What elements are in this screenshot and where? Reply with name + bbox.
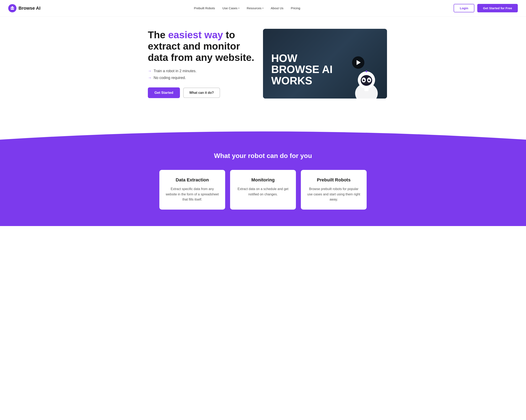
- card-desc-prebuilt-robots: Browse prebuilt robots for popular use c…: [307, 186, 361, 202]
- svg-point-15: [369, 79, 370, 80]
- card-data-extraction: Data Extraction Extract specific data fr…: [159, 170, 225, 210]
- chevron-down-icon: ▾: [262, 7, 263, 9]
- hero-video: HOW BROWSE AI WORKS: [263, 29, 387, 99]
- hero-title-highlight: easiest way: [168, 30, 223, 40]
- hero-feature-2: → No coding required.: [148, 76, 255, 80]
- purple-section: What your robot can do for you Data Extr…: [0, 123, 526, 226]
- svg-rect-17: [364, 88, 368, 91]
- nav-item-resources[interactable]: Resources ▾: [247, 6, 263, 10]
- card-title-prebuilt-robots: Prebuilt Robots: [307, 177, 361, 183]
- nav-link-prebuilt-robots[interactable]: Prebuilt Robots: [194, 6, 215, 10]
- nav-item-pricing[interactable]: Pricing: [291, 6, 300, 10]
- nav-link-pricing[interactable]: Pricing: [291, 6, 300, 10]
- hero-features: → Train a robot in 2 minutes. → No codin…: [148, 69, 255, 80]
- hero-feature-1: → Train a robot in 2 minutes.: [148, 69, 255, 73]
- card-monitoring: Monitoring Extract data on a schedule an…: [230, 170, 296, 210]
- svg-point-6: [13, 6, 13, 6]
- svg-point-3: [13, 8, 14, 9]
- robot-mascot-svg: [350, 61, 383, 99]
- svg-point-14: [364, 79, 365, 80]
- card-desc-monitoring: Extract data on a schedule and get notif…: [236, 186, 290, 197]
- cards-grid: Data Extraction Extract specific data fr…: [150, 170, 376, 210]
- nav-link-resources[interactable]: Resources ▾: [247, 6, 263, 10]
- nav-link-use-cases[interactable]: Use Cases ▾: [223, 6, 239, 10]
- what-can-it-do-button[interactable]: What can it do?: [183, 88, 220, 98]
- hero-content: The easiest way to extract and monitor d…: [148, 29, 255, 98]
- nav-actions: Login Get Started for Free: [454, 4, 518, 12]
- svg-point-5: [11, 6, 12, 6]
- video-container[interactable]: HOW BROWSE AI WORKS: [263, 29, 387, 99]
- purple-content: What your robot can do for you Data Extr…: [0, 140, 526, 226]
- section-title: What your robot can do for you: [8, 152, 518, 160]
- svg-point-19: [366, 71, 367, 72]
- chevron-down-icon: ▾: [238, 7, 239, 9]
- hero-section: The easiest way to extract and monitor d…: [132, 16, 394, 115]
- hero-title-part1: The: [148, 30, 168, 40]
- video-title-text: HOW BROWSE AI WORKS: [271, 53, 333, 86]
- get-started-button[interactable]: Get Started: [148, 87, 180, 98]
- arrow-right-icon: →: [148, 69, 152, 73]
- logo[interactable]: Browse AI: [8, 4, 40, 12]
- brand-name: Browse AI: [19, 6, 40, 11]
- robot-mascot: [350, 61, 383, 99]
- card-desc-data-extraction: Extract specific data from any website i…: [165, 186, 219, 202]
- nav-links: Prebuilt Robots Use Cases ▾ Resources ▾ …: [194, 6, 300, 10]
- svg-rect-16: [364, 83, 369, 83]
- card-prebuilt-robots: Prebuilt Robots Browse prebuilt robots f…: [301, 170, 367, 210]
- svg-point-2: [11, 8, 12, 9]
- login-button[interactable]: Login: [454, 4, 474, 12]
- card-title-monitoring: Monitoring: [236, 177, 290, 183]
- nav-item-prebuilt-robots[interactable]: Prebuilt Robots: [194, 6, 215, 10]
- nav-item-about-us[interactable]: About Us: [271, 6, 283, 10]
- hero-buttons: Get Started What can it do?: [148, 87, 255, 98]
- nav-item-use-cases[interactable]: Use Cases ▾: [223, 6, 239, 10]
- curve-top: [0, 123, 526, 140]
- nav-link-about-us[interactable]: About Us: [271, 6, 283, 10]
- browse-ai-logo-icon: [8, 4, 16, 12]
- hero-title: The easiest way to extract and monitor d…: [148, 29, 255, 63]
- navbar: Browse AI Prebuilt Robots Use Cases ▾ Re…: [0, 0, 526, 16]
- card-title-data-extraction: Data Extraction: [165, 177, 219, 183]
- arrow-right-icon: →: [148, 76, 152, 80]
- get-started-nav-button[interactable]: Get Started for Free: [477, 4, 518, 12]
